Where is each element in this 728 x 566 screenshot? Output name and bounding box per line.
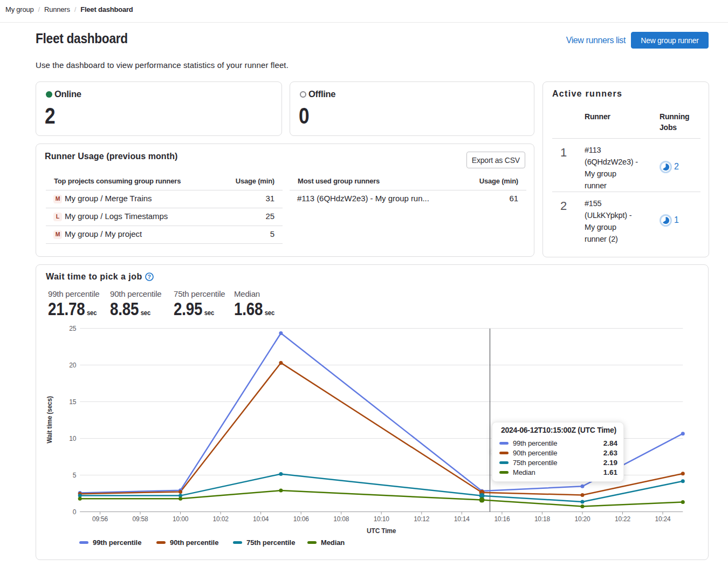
svg-text:10:20: 10:20 (574, 515, 590, 523)
svg-text:09:58: 09:58 (132, 515, 148, 523)
svg-text:10:14: 10:14 (454, 515, 470, 523)
svg-text:UTC Time: UTC Time (367, 527, 396, 535)
svg-text:10:00: 10:00 (173, 515, 189, 523)
svg-text:10:22: 10:22 (615, 515, 631, 523)
svg-text:5: 5 (73, 472, 77, 479)
svg-text:10:18: 10:18 (534, 515, 551, 523)
svg-text:10:10: 10:10 (374, 515, 390, 523)
svg-text:Wait time (secs): Wait time (secs) (46, 396, 53, 444)
svg-text:10:02: 10:02 (213, 515, 229, 523)
svg-text:10:24: 10:24 (655, 515, 671, 523)
svg-text:10:16: 10:16 (494, 515, 510, 523)
svg-text:10:12: 10:12 (414, 515, 430, 523)
svg-text:25: 25 (69, 325, 76, 332)
svg-text:10:06: 10:06 (293, 515, 310, 523)
svg-text:10: 10 (69, 435, 76, 442)
svg-text:15: 15 (69, 398, 76, 406)
svg-text:20: 20 (69, 362, 76, 369)
svg-text:09:56: 09:56 (92, 515, 108, 523)
svg-text:0: 0 (73, 508, 77, 516)
svg-text:10:08: 10:08 (333, 515, 349, 523)
svg-text:10:04: 10:04 (253, 515, 269, 523)
